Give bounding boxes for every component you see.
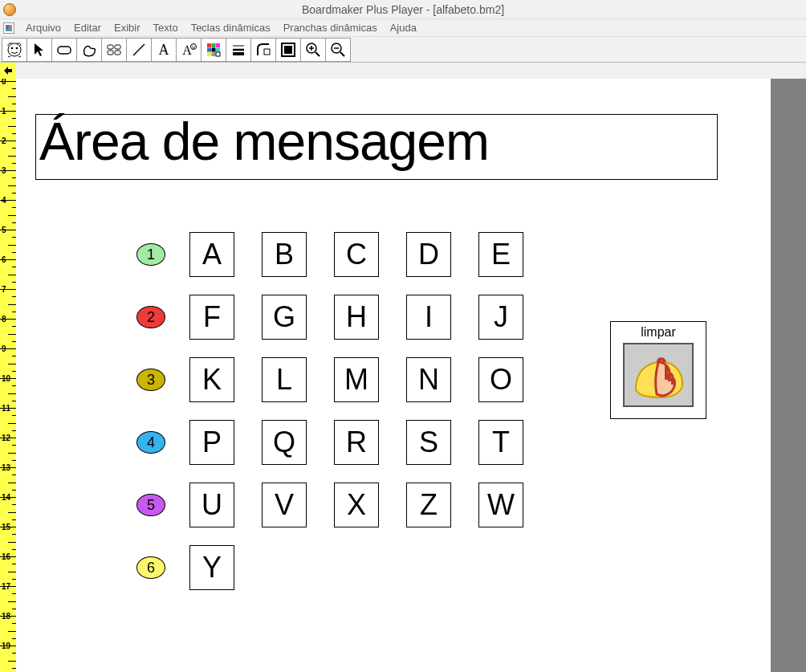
letter-key-b[interactable]: B bbox=[262, 232, 307, 277]
color-swatch-tool[interactable] bbox=[201, 38, 226, 62]
letter-key-m[interactable]: M bbox=[334, 357, 379, 402]
line-tool[interactable] bbox=[126, 38, 152, 62]
letter-row: 3KLMNO bbox=[136, 348, 551, 411]
svg-rect-18 bbox=[212, 47, 216, 51]
svg-rect-28 bbox=[284, 46, 292, 54]
window-title: Boardmaker Plus Player - [alfabeto.bm2] bbox=[0, 3, 806, 16]
svg-line-30 bbox=[315, 52, 320, 56]
letter-key-q[interactable]: Q bbox=[262, 420, 307, 465]
letter-key-k[interactable]: K bbox=[189, 357, 234, 402]
row-marker-2[interactable]: 2 bbox=[136, 306, 165, 328]
svg-point-2 bbox=[16, 47, 18, 49]
row-marker-4[interactable]: 4 bbox=[136, 431, 165, 454]
letter-key-r[interactable]: R bbox=[334, 420, 379, 465]
corner-tool[interactable] bbox=[250, 38, 276, 62]
svg-rect-20 bbox=[207, 52, 211, 56]
letter-key-t[interactable]: T bbox=[478, 420, 523, 465]
thickness-tool[interactable] bbox=[226, 38, 251, 62]
symbol-text-tool[interactable]: A bbox=[176, 38, 202, 62]
letter-key-p[interactable]: P bbox=[189, 420, 234, 465]
zoom-in-tool[interactable] bbox=[300, 38, 326, 62]
menu-teclas-din-micas[interactable]: Teclas dinâmicas bbox=[185, 20, 277, 35]
workspace-gutter bbox=[771, 79, 806, 672]
svg-rect-14 bbox=[207, 43, 211, 47]
letter-row: 2FGHIJ bbox=[136, 286, 551, 348]
workspace: Área de mensagem 1ABCDE2FGHIJ3KLMNO4PQRS… bbox=[16, 79, 806, 672]
fill-tool[interactable] bbox=[275, 38, 301, 62]
freeform-tool[interactable] bbox=[76, 38, 102, 62]
row-marker-3[interactable]: 3 bbox=[136, 369, 165, 391]
app-file-icon bbox=[3, 22, 14, 34]
message-area-label: Área de mensagem bbox=[39, 115, 489, 168]
grid-tool[interactable] bbox=[101, 38, 127, 62]
clean-icon bbox=[623, 343, 694, 407]
svg-rect-3 bbox=[58, 47, 71, 54]
row-marker-5[interactable]: 5 bbox=[136, 494, 165, 516]
svg-rect-15 bbox=[212, 43, 216, 47]
letter-key-s[interactable]: S bbox=[406, 420, 451, 465]
letter-key-o[interactable]: O bbox=[478, 357, 523, 402]
svg-rect-7 bbox=[115, 51, 120, 55]
app-badge-icon bbox=[3, 3, 16, 16]
svg-rect-4 bbox=[108, 45, 113, 49]
letter-grid: 1ABCDE2FGHIJ3KLMNO4PQRST5UVXZW6Y bbox=[136, 223, 551, 599]
ruler-corner bbox=[0, 63, 16, 79]
text-tool[interactable]: A bbox=[151, 38, 177, 62]
svg-rect-17 bbox=[207, 47, 211, 51]
svg-text:A: A bbox=[159, 42, 169, 58]
menu-pranchas-din-micas[interactable]: Pranchas dinâmicas bbox=[277, 20, 384, 35]
menu-texto[interactable]: Texto bbox=[147, 20, 185, 35]
svg-line-8 bbox=[133, 44, 145, 55]
letter-key-w[interactable]: W bbox=[478, 483, 523, 527]
letter-key-x[interactable]: X bbox=[334, 483, 379, 527]
row-marker-6[interactable]: 6 bbox=[136, 556, 165, 579]
menu-arquivo[interactable]: Arquivo bbox=[19, 20, 67, 35]
face-tool[interactable] bbox=[2, 38, 27, 62]
toolbar: AA bbox=[0, 37, 806, 63]
letter-key-v[interactable]: V bbox=[262, 483, 307, 527]
letter-key-y[interactable]: Y bbox=[189, 545, 234, 590]
letter-row: 4PQRST bbox=[136, 411, 551, 474]
clear-button[interactable]: limpar bbox=[610, 321, 706, 419]
letter-key-h[interactable]: H bbox=[334, 295, 379, 340]
letter-key-f[interactable]: F bbox=[189, 295, 234, 340]
letter-key-u[interactable]: U bbox=[189, 483, 234, 527]
menu-editar[interactable]: Editar bbox=[67, 20, 108, 35]
menu-exibir[interactable]: Exibir bbox=[108, 20, 147, 35]
pointer-tool[interactable] bbox=[26, 38, 52, 62]
clear-button-label: limpar bbox=[641, 325, 676, 340]
letter-key-i[interactable]: I bbox=[406, 295, 451, 340]
zoom-out-tool[interactable] bbox=[325, 38, 351, 62]
letter-row: 5UVXZW bbox=[136, 474, 551, 536]
letter-key-g[interactable]: G bbox=[262, 295, 307, 340]
svg-line-34 bbox=[340, 52, 344, 56]
svg-rect-22 bbox=[216, 52, 220, 56]
menu-ajuda[interactable]: Ajuda bbox=[384, 20, 423, 35]
board-page[interactable]: Área de mensagem 1ABCDE2FGHIJ3KLMNO4PQRS… bbox=[16, 79, 771, 672]
ruler-row: 0123456789101112131415161718192021222324… bbox=[0, 63, 806, 79]
letter-row: 6Y bbox=[136, 536, 551, 599]
svg-point-12 bbox=[192, 45, 193, 46]
svg-point-1 bbox=[11, 47, 14, 49]
svg-point-13 bbox=[194, 45, 195, 46]
letter-key-z[interactable]: Z bbox=[406, 483, 451, 527]
letter-row: 1ABCDE bbox=[136, 223, 551, 286]
letter-key-c[interactable]: C bbox=[334, 232, 379, 277]
letter-key-d[interactable]: D bbox=[406, 232, 451, 277]
svg-point-0 bbox=[8, 43, 21, 56]
svg-rect-19 bbox=[216, 47, 220, 51]
svg-rect-21 bbox=[212, 52, 216, 56]
window-titlebar: Boardmaker Plus Player - [alfabeto.bm2] bbox=[0, 0, 806, 19]
row-marker-1[interactable]: 1 bbox=[136, 243, 165, 266]
vertical-ruler: 0123456789101112131415161718192021222324… bbox=[0, 79, 16, 672]
message-area[interactable]: Área de mensagem bbox=[35, 114, 718, 180]
letter-key-n[interactable]: N bbox=[406, 357, 451, 402]
rounded-rect-tool[interactable] bbox=[51, 38, 77, 62]
letter-key-e[interactable]: E bbox=[478, 232, 523, 277]
svg-rect-26 bbox=[264, 49, 270, 55]
letter-key-l[interactable]: L bbox=[262, 357, 307, 402]
menu-bar: ArquivoEditarExibirTextoTeclas dinâmicas… bbox=[0, 19, 806, 37]
letter-key-j[interactable]: J bbox=[478, 295, 523, 340]
letter-key-a[interactable]: A bbox=[189, 232, 234, 277]
svg-rect-6 bbox=[108, 51, 113, 55]
